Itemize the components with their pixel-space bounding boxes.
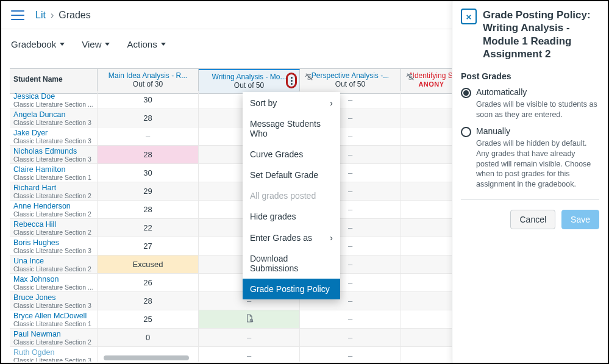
grade-cell[interactable]: 30 [98,164,199,182]
student-name[interactable]: Bryce Allen McDowell [13,312,87,320]
student-section: Classic Literature Section 3 [13,119,91,126]
student-cell[interactable]: Bryce Allen McDowellClassic Literature S… [10,310,98,328]
menu-sort-by[interactable]: Sort by› [243,92,340,113]
student-cell[interactable]: Jake DyerClassic Literature Section 3 [10,127,98,145]
radio-automatically-desc: Grades will be visible to students as so… [476,99,599,120]
student-cell[interactable]: Nicholas EdmundsClassic Literature Secti… [10,146,98,163]
caret-down-icon [105,43,110,46]
chevron-right-icon: › [330,98,333,108]
grade-cell[interactable]: 0 [98,329,199,346]
post-grades-label: Post Grades [461,71,599,81]
grade-cell[interactable]: 28 [98,146,199,163]
student-cell[interactable]: Paul NewmanClassic Literature Section 2 [10,329,98,346]
student-name[interactable]: Richard Hart [13,184,56,192]
column-header-student[interactable]: Student Name [10,69,98,93]
close-panel-button[interactable]: × [461,9,477,24]
student-name[interactable]: Boris Hughes [13,238,59,247]
student-cell[interactable]: Ruth OgdenClassic Literature Section 3 [10,347,98,362]
student-name[interactable]: Jake Dyer [13,129,48,137]
panel-separator [461,199,599,200]
grade-cell[interactable]: – [98,127,199,145]
caret-down-icon [161,43,166,46]
radio-automatically[interactable] [461,88,471,98]
student-cell[interactable]: Rebecca HillClassic Literature Section 2 [10,219,98,237]
menu-all-posted: All grades posted [243,185,340,206]
menu-hide-grades[interactable]: Hide grades [243,206,340,227]
grade-cell[interactable]: – [300,310,401,328]
grade-cell[interactable]: 28 [98,292,199,310]
student-name[interactable]: Paul Newman [13,330,61,338]
student-section: Classic Literature Section 3 [13,247,91,254]
menu-grade-posting-policy[interactable]: Grade Posting Policy [243,279,340,299]
grade-cell[interactable]: 28 [98,201,199,218]
menu-curve-grades[interactable]: Curve Grades [243,144,340,165]
breadcrumb-parent[interactable]: Lit [35,10,46,21]
student-section: Classic Literature Section 1 [13,320,91,327]
grade-posting-policy-panel: × Grade Posting Policy: Writing Analysis… [452,1,608,363]
column-header-assignment-2[interactable]: Writing Analysis - Mo... Out of 50 [199,69,300,93]
student-name[interactable]: Una Ince [13,257,44,265]
student-cell[interactable]: Una InceClassic Literature Section 2 [10,255,98,273]
student-cell[interactable]: Jessica DoeClassic Literature Section ..… [10,91,98,109]
student-name[interactable]: Rebecca Hill [13,220,56,229]
student-name[interactable]: Nicholas Edmunds [13,147,77,155]
menu-set-default[interactable]: Set Default Grade [243,165,340,185]
column-header-assignment-3[interactable]: Perspective Analysis -... Out of 50 [300,69,401,93]
student-cell[interactable]: Max JohnsonClassic Literature Section ..… [10,274,98,291]
menu-enter-grades-as[interactable]: Enter Grades as› [243,227,340,248]
menu-message-students[interactable]: Message Students Who [243,113,340,144]
grade-cell[interactable]: 22 [98,219,199,237]
student-name[interactable]: Angela Duncan [13,110,65,119]
student-cell[interactable]: Claire HamiltonClassic Literature Sectio… [10,164,98,182]
panel-title: Grade Posting Policy: Writing Analysis -… [483,9,599,60]
caret-down-icon [60,43,65,46]
student-section: Classic Literature Section 3 [13,155,91,163]
grade-cell[interactable]: 27 [98,237,199,255]
grade-cell[interactable]: 29 [98,182,199,200]
chevron-right-icon: › [330,232,333,243]
student-cell[interactable]: Boris HughesClassic Literature Section 3 [10,237,98,255]
column-header-assignment-1[interactable]: Main Idea Analysis - R... Out of 30 [98,69,199,93]
student-section: Classic Literature Section 3 [13,302,91,309]
student-name[interactable]: Ruth Ogden [13,348,54,357]
student-name[interactable]: Max Johnson [13,275,59,284]
student-cell[interactable]: Richard HartClassic Literature Section 2 [10,182,98,200]
column-menu-button[interactable] [286,73,297,88]
grade-cell[interactable]: – [199,329,300,346]
grade-cell[interactable] [199,310,300,328]
horizontal-scrollbar[interactable] [104,355,189,360]
student-section: Classic Literature Section 2 [13,210,91,218]
view-dropdown[interactable]: View [82,39,110,49]
radio-automatically-label: Automatically [476,87,527,97]
radio-manually[interactable] [461,127,471,137]
grade-cell[interactable]: Excused [98,255,199,273]
grade-cell[interactable]: – [300,329,401,346]
visibility-off-icon [305,73,313,83]
grade-cell[interactable]: 30 [98,91,199,109]
hamburger-menu-icon[interactable] [11,10,24,20]
gradebook-dropdown[interactable]: Gradebook [11,39,65,49]
cancel-button[interactable]: Cancel [510,210,555,229]
student-section: Classic Literature Section 2 [13,265,91,273]
student-name[interactable]: Claire Hamilton [13,165,65,174]
grade-cell[interactable]: 26 [98,274,199,291]
actions-dropdown[interactable]: Actions [127,39,165,49]
breadcrumb-separator: › [51,10,54,21]
student-section: Classic Literature Section 1 [13,174,91,181]
grade-cell[interactable]: 25 [98,310,199,328]
grade-cell[interactable]: – [300,347,401,362]
student-cell[interactable]: Bruce JonesClassic Literature Section 3 [10,292,98,310]
menu-download-submissions[interactable]: Download Submissions [243,248,340,279]
student-section: Classic Literature Section 2 [13,338,91,346]
student-cell[interactable]: Anne HendersonClassic Literature Section… [10,201,98,218]
grade-cell[interactable]: – [199,347,300,362]
save-button[interactable]: Save [561,210,599,229]
student-name[interactable]: Anne Henderson [13,202,71,210]
student-cell[interactable]: Angela DuncanClassic Literature Section … [10,109,98,127]
student-name[interactable]: Jessica Doe [13,92,55,101]
student-section: Classic Literature Section 3 [13,137,91,145]
student-section: Classic Literature Section 2 [13,229,91,236]
student-name[interactable]: Bruce Jones [13,293,55,302]
grade-cell[interactable]: 28 [98,109,199,127]
document-icon [244,313,254,325]
